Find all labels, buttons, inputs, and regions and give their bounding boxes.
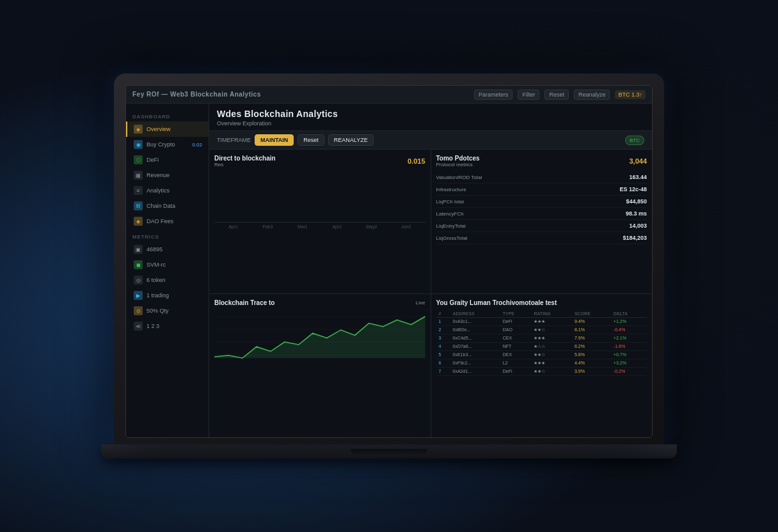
- table-row: 30xC4d5...CEX★★★7.9%+2.1%: [436, 334, 647, 342]
- table-head: #AddressTypeRatingScoreDelta: [436, 310, 647, 318]
- table-column-header: Rating: [531, 310, 572, 318]
- table-cell: 6: [436, 359, 450, 367]
- sidebar-item-dao-fees[interactable]: ◈ DAO Fees: [126, 214, 209, 229]
- chart-title-tl: Direct to blockchain: [214, 155, 276, 162]
- data-table-br: #AddressTypeRatingScoreDelta 10xA3c1...D…: [436, 310, 647, 376]
- analytics-icon: ≡: [134, 186, 143, 195]
- sidebar-item-buy-crypto[interactable]: ◉ Buy Crypto 0.02: [126, 137, 209, 152]
- reanalyze-toolbar-button[interactable]: REANALYZE: [328, 134, 374, 146]
- table-body: 10xA3c1...DeFi★★★9.4%+1.2%20xBf2e...DAO★…: [436, 317, 647, 375]
- table-cell: 4.4%: [572, 359, 611, 367]
- table-row: 20xBf2e...DAO★★☆8.1%-0.4%: [436, 325, 647, 334]
- chart-title-tr: Tomo Pdotces: [436, 155, 480, 162]
- table-column-header: Type: [500, 310, 532, 318]
- metric-value: $44,850: [626, 198, 647, 205]
- table-header-row: #AddressTypeRatingScoreDelta: [436, 310, 647, 318]
- main-layout: Dashboard ◈ Overview ◉ Buy Crypto 0.02 ⬡…: [126, 104, 652, 437]
- buy-crypto-icon: ◉: [134, 140, 143, 149]
- metric-row: LatencyFCh98.3 ms: [436, 208, 647, 220]
- sidebar-item-label: 1 trading: [147, 292, 169, 299]
- chart-panel-bottom-left: Blockchain Trace to Live: [209, 294, 431, 438]
- x-label: Apr1: [217, 224, 250, 229]
- table-cell: 8.1%: [572, 325, 611, 334]
- toolbar: TIMEFRAME MAINTAIN Reset REANALYZE BTC: [209, 131, 652, 150]
- table-cell: +0.7%: [611, 350, 647, 359]
- table-cell: ★★☆: [531, 325, 572, 334]
- table-row: 60xF9c2...L2★★★4.4%+3.2%: [436, 359, 647, 367]
- app-title: Fey ROf — Web3 Blockchain Analytics: [132, 91, 261, 98]
- table-column-header: Address: [450, 310, 500, 318]
- metric-value: +48.6%: [627, 247, 647, 248]
- filter-button[interactable]: Filter: [518, 90, 539, 100]
- table-column-header: Delta: [611, 310, 647, 318]
- table-row: 40xD7a8...NFT★☆☆6.2%-1.8%: [436, 342, 647, 350]
- chart-panel-bottom-right: You Graity Luman Trochivomotoale test #A…: [431, 294, 653, 438]
- bar-chart-tl: [214, 171, 425, 223]
- table-row: 70xA2d1...DeFi★★☆3.9%-0.2%: [436, 367, 647, 375]
- sidebar-item-46895[interactable]: ▣ 46895: [126, 242, 209, 257]
- sidebar-item-overview[interactable]: ◈ Overview: [126, 121, 209, 137]
- table-cell: DEX: [500, 350, 532, 359]
- table-cell: -0.4%: [611, 325, 647, 334]
- sidebar-item-revenue[interactable]: ▦ Revenue: [126, 168, 209, 183]
- area-fill: [214, 317, 425, 358]
- table-cell: 2: [436, 325, 450, 334]
- table-cell: +2.1%: [611, 334, 647, 342]
- page-icon: ≪: [134, 322, 143, 331]
- metric-icon: ▣: [134, 245, 143, 254]
- line-svg-bl: [214, 310, 425, 361]
- table-cell: 3.9%: [572, 367, 611, 375]
- metric-row: InfrastructureES 12c-48: [436, 184, 647, 196]
- table-cell: 1: [436, 317, 450, 325]
- table-cell: 3: [436, 334, 450, 342]
- sidebar-item-defi[interactable]: ⬡ DeFi: [126, 152, 209, 168]
- sidebar-item-trading[interactable]: ▶ 1 trading: [126, 288, 209, 303]
- parameters-button[interactable]: Parameters: [474, 90, 513, 100]
- sidebar-item-label: Analytics: [147, 187, 170, 194]
- table-cell: DeFi: [500, 367, 532, 375]
- x-label: Apr2: [321, 224, 353, 229]
- table-cell: ★★★: [531, 334, 572, 342]
- chart-title-br: You Graity Luman Trochivomotoale test: [436, 299, 557, 306]
- sidebar-item-svm[interactable]: ◼ SVM-rc: [126, 257, 209, 272]
- sidebar-item-pagination[interactable]: ≪ 1 2 3: [126, 318, 209, 334]
- table-cell: ★★☆: [531, 367, 572, 375]
- reanalyze-button[interactable]: Reanalyze: [574, 90, 610, 100]
- sidebar-item-label: 6 token: [147, 277, 166, 284]
- chart-header-bl: Blockchain Trace to Live: [214, 299, 425, 306]
- table-cell: DeFi: [500, 317, 532, 325]
- table-row: 10xA3c1...DeFi★★★9.4%+1.2%: [436, 317, 647, 325]
- table-cell: 0xC4d5...: [450, 334, 500, 342]
- sidebar: Dashboard ◈ Overview ◉ Buy Crypto 0.02 ⬡…: [126, 104, 209, 437]
- metric-label: LiqGrossTotal: [436, 235, 468, 241]
- sidebar-item-token[interactable]: ◎ 6 token: [126, 272, 209, 288]
- chart-value-tl: 0.015: [408, 157, 425, 165]
- reset-toolbar-button[interactable]: Reset: [298, 134, 324, 146]
- table-cell: 9.4%: [572, 317, 611, 325]
- sidebar-item-analytics[interactable]: ≡ Analytics: [126, 183, 209, 198]
- chart-panel-top-right: Tomo Pdotces Protocol metrics 3,044 Valu…: [431, 150, 653, 293]
- table-cell: 0xA3c1...: [450, 317, 500, 325]
- reset-button[interactable]: Reset: [544, 90, 569, 100]
- sidebar-item-label: DeFi: [147, 157, 159, 164]
- x-label: Jun2: [390, 224, 422, 229]
- table-cell: 0xF9c2...: [450, 359, 500, 367]
- x-label: Feb3: [251, 224, 284, 229]
- metric-value: 98.3 ms: [626, 210, 647, 217]
- chart-meta-tr: Protocol metrics: [436, 162, 480, 168]
- metric-label: LiqPCh total: [436, 199, 464, 205]
- table-cell: 7: [436, 367, 450, 375]
- maintain-button[interactable]: MAINTAIN: [255, 134, 294, 146]
- table-cell: 0xA2d1...: [450, 367, 500, 375]
- table-row: 50xE1b3...DEX★★☆5.8%+0.7%: [436, 350, 647, 359]
- dao-icon: ◈: [134, 217, 143, 226]
- sidebar-item-qty[interactable]: ⊙ 50% Qty: [126, 303, 209, 318]
- chart-header-br: You Graity Luman Trochivomotoale test: [436, 299, 647, 306]
- screen: Fey ROf — Web3 Blockchain Analytics Para…: [125, 85, 653, 438]
- metric-value: 163.44: [629, 174, 647, 180]
- sidebar-item-chain-data[interactable]: ⛓ Chain Data: [126, 198, 209, 214]
- metric-row: ValuationIROD Total163.44: [436, 171, 647, 184]
- chain-icon: ⛓: [134, 201, 143, 210]
- chart-meta-tl: Res: [214, 162, 276, 168]
- chart-title-bl: Blockchain Trace to: [214, 299, 274, 306]
